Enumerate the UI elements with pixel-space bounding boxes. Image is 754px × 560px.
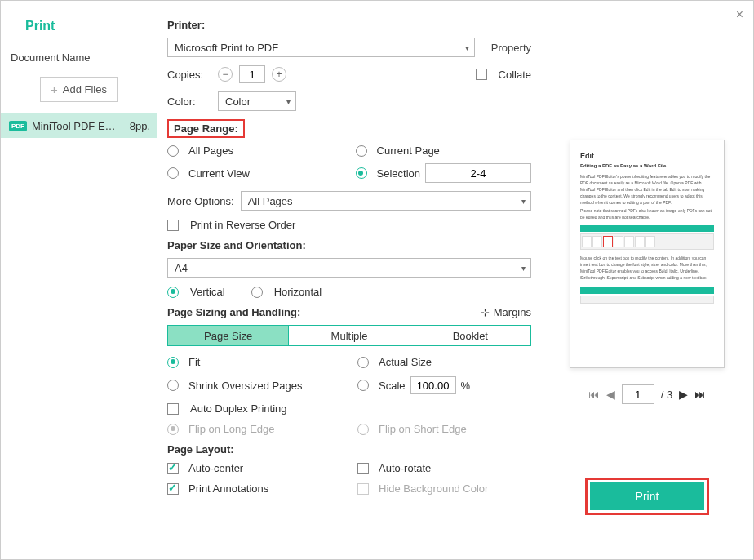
hide-bg-label: Hide Background Color xyxy=(379,482,488,495)
shrink-label: Shrink Oversized Pages xyxy=(188,380,302,392)
paper-size-label: Paper Size and Orientation: xyxy=(167,239,531,251)
paper-size-select[interactable]: A4 xyxy=(167,258,531,278)
reverse-order-checkbox[interactable] xyxy=(167,220,179,231)
preview-pane: Edit Editing a PDF as Easy as a Word Fil… xyxy=(541,1,753,559)
add-files-button[interactable]: + Add Files xyxy=(40,77,118,102)
margins-label: Margins xyxy=(494,306,531,318)
more-options-selected: All Pages xyxy=(248,195,293,207)
all-pages-radio[interactable] xyxy=(167,145,179,157)
page-range-highlight: Page Range: xyxy=(167,119,245,138)
preview-text: MiniTool PDF Editor's powerful editing f… xyxy=(580,173,714,206)
color-label: Color: xyxy=(167,96,211,108)
margins-button[interactable]: ⊹ Margins xyxy=(481,306,531,318)
print-button[interactable]: Print xyxy=(590,482,704,510)
page-layout-label: Page Layout: xyxy=(167,443,531,456)
tab-page-size[interactable]: Page Size xyxy=(168,326,288,345)
print-annotations-checkbox[interactable] xyxy=(167,483,179,495)
scale-unit: % xyxy=(461,380,471,392)
color-select[interactable]: Color xyxy=(218,91,296,111)
duplex-label: Auto Duplex Printing xyxy=(190,402,287,415)
collate-checkbox[interactable] xyxy=(476,69,487,80)
horizontal-label: Horizontal xyxy=(274,286,322,298)
preview-text-3: Mouse click on the text box to modify th… xyxy=(580,255,714,281)
print-form: Printer: Microsoft Print to PDF Property… xyxy=(157,1,541,559)
file-row[interactable]: PDF MiniTool PDF E… 8pp. xyxy=(1,113,157,138)
nav-prev-icon[interactable]: ◀ xyxy=(606,388,615,401)
tab-booklet[interactable]: Booklet xyxy=(410,326,530,345)
page-title: Print xyxy=(1,1,157,48)
nav-last-icon[interactable]: ⏭ xyxy=(694,388,706,401)
flip-short-label: Flip on Short Edge xyxy=(379,423,467,435)
hide-bg-checkbox xyxy=(357,483,369,495)
page-range-label: Page Range: xyxy=(174,122,238,135)
scale-radio[interactable] xyxy=(357,380,369,391)
current-page-label: Current Page xyxy=(377,144,440,157)
printer-selected: Microsoft Print to PDF xyxy=(175,42,278,54)
current-view-label: Current View xyxy=(188,167,250,180)
nav-page-input[interactable] xyxy=(622,384,654,404)
scale-input[interactable] xyxy=(410,376,456,394)
printer-label: Printer: xyxy=(167,19,531,31)
current-page-radio[interactable] xyxy=(356,145,367,157)
preview-sub: Editing a PDF as Easy as a Word File xyxy=(580,163,714,168)
plus-icon: + xyxy=(51,82,58,96)
page-preview: Edit Editing a PDF as Easy as a Word Fil… xyxy=(570,140,725,368)
print-annotations-label: Print Annotations xyxy=(188,482,268,495)
flip-long-label: Flip on Long Edge xyxy=(188,423,275,435)
fit-label: Fit xyxy=(188,356,200,368)
nav-total-label: / 3 xyxy=(661,389,672,401)
sidebar: Print Document Name + Add Files PDF Mini… xyxy=(1,1,157,559)
nav-first-icon[interactable]: ⏮ xyxy=(588,388,600,401)
sizing-label: Page Sizing and Handling: xyxy=(167,306,300,318)
scale-label: Scale xyxy=(379,380,406,392)
printer-select[interactable]: Microsoft Print to PDF xyxy=(167,38,475,57)
auto-center-label: Auto-center xyxy=(188,462,243,474)
file-pages: 8pp. xyxy=(130,120,150,132)
shrink-radio[interactable] xyxy=(167,380,179,391)
preview-bar-icon xyxy=(580,225,714,232)
flip-short-radio xyxy=(357,424,369,435)
nav-next-icon[interactable]: ▶ xyxy=(679,388,688,401)
close-icon[interactable]: × xyxy=(736,7,743,22)
flip-long-radio xyxy=(167,424,179,435)
color-selected: Color xyxy=(225,96,251,108)
reverse-order-label: Print in Reverse Order xyxy=(190,219,295,231)
selection-radio[interactable] xyxy=(356,167,367,179)
preview-heading: Edit xyxy=(580,152,714,160)
copies-input[interactable] xyxy=(239,65,265,83)
preview-bar-icon-2 xyxy=(580,287,714,294)
selection-input[interactable] xyxy=(425,163,531,183)
duplex-checkbox[interactable] xyxy=(167,403,179,415)
auto-rotate-label: Auto-rotate xyxy=(379,462,431,474)
fit-radio[interactable] xyxy=(167,357,179,368)
collate-label: Collate xyxy=(499,69,531,81)
copies-plus-button[interactable]: + xyxy=(272,67,286,82)
copies-label: Copies: xyxy=(167,69,211,81)
print-button-highlight: Print xyxy=(585,478,709,515)
preview-nav: ⏮ ◀ / 3 ▶ ⏭ xyxy=(588,384,706,404)
actual-size-label: Actual Size xyxy=(379,356,432,368)
sizing-tabs: Page Size Multiple Booklet xyxy=(167,325,531,346)
file-name: MiniTool PDF E… xyxy=(32,120,125,132)
vertical-label: Vertical xyxy=(190,286,225,298)
all-pages-label: All Pages xyxy=(188,144,233,157)
copies-minus-button[interactable]: − xyxy=(218,67,233,82)
vertical-radio[interactable] xyxy=(167,287,179,298)
auto-center-checkbox[interactable] xyxy=(167,463,179,474)
add-files-label: Add Files xyxy=(63,83,107,96)
preview-toolbar xyxy=(580,233,714,250)
property-button[interactable]: Property xyxy=(491,42,531,54)
horizontal-radio[interactable] xyxy=(251,287,263,298)
more-options-select[interactable]: All Pages xyxy=(241,191,531,211)
preview-text-2: Please note that scanned PDFs also known… xyxy=(580,207,714,220)
actual-size-radio[interactable] xyxy=(357,357,369,368)
preview-toolbar-2 xyxy=(580,296,714,304)
margins-icon: ⊹ xyxy=(481,306,489,318)
more-options-label: More Options: xyxy=(167,195,234,207)
selection-label: Selection xyxy=(377,167,420,180)
paper-size-selected: A4 xyxy=(175,262,188,274)
tab-multiple[interactable]: Multiple xyxy=(288,326,409,345)
current-view-radio[interactable] xyxy=(167,167,179,179)
pdf-icon: PDF xyxy=(9,121,27,131)
auto-rotate-checkbox[interactable] xyxy=(357,463,369,474)
